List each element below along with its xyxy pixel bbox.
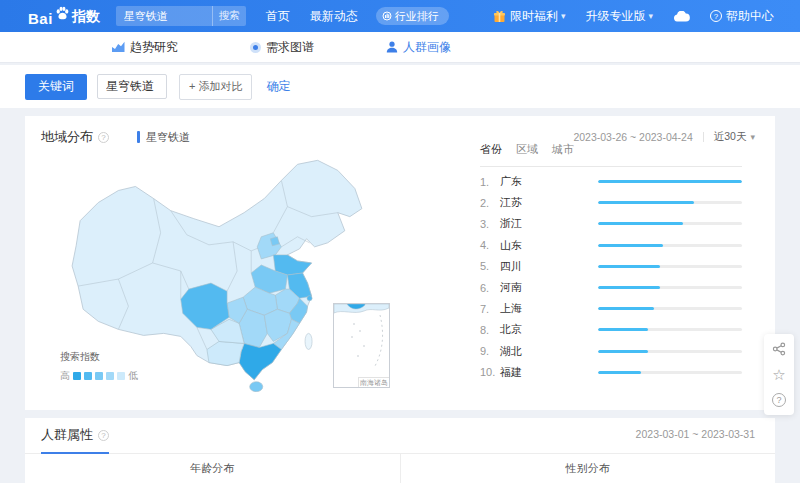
gender-distribution-section: 性别分布 星穹铁道 全网分布 TGI [401,454,776,483]
series-keyword-label: 星穹铁道 [146,130,190,145]
province-guangdong[interactable] [239,343,281,379]
medal-icon [382,11,392,21]
limited-benefit-menu[interactable]: 限时福利 [493,8,566,25]
province-name: 四川 [500,259,558,274]
index-bar-track [598,307,742,310]
index-bar-fill [598,244,663,247]
top-navbar: Bai 指数 搜索 首页 最新动态 行业排行 限时福利 升级专业版 [0,0,800,32]
tab-trend-research[interactable]: 趋势研究 [112,39,178,56]
legend-high-label: 高 [60,369,70,383]
province-shanghai[interactable] [307,296,312,301]
legend-color-scale [73,372,125,380]
share-button[interactable] [772,342,786,356]
index-bar-fill [598,222,683,225]
rank-number: 4. [480,239,500,251]
index-bar-fill [598,265,660,268]
province-rank-row: 2.江苏 [480,192,742,213]
nav-news-link[interactable]: 最新动态 [310,8,358,25]
rank-number: 6. [480,282,500,294]
province-rank-row: 9.湖北 [480,341,742,362]
inset-map [334,304,389,374]
province-beijing[interactable] [270,237,279,246]
gift-icon [493,10,506,23]
province-name: 北京 [500,322,558,337]
province-ranking-list: 1.广东2.江苏3.浙江4.山东5.四川6.河南7.上海8.北京9.湖北10.福… [480,171,742,383]
message-cloud-button[interactable] [673,11,690,22]
topbar-right-group: 限时福利 升级专业版 帮助中心 [473,8,774,25]
region-help-icon[interactable] [98,132,109,143]
inset-label: 南海诸岛 [358,377,389,387]
province-hainan[interactable] [250,382,263,392]
index-bar-track [598,286,742,289]
region-ranking-zone: 省份区域城市 1.广东2.江苏3.浙江4.山东5.四川6.河南7.上海8.北京9… [480,142,742,383]
region-distribution-panel: 地域分布 星穹铁道 2023-03-26 ~ 2023-04-24 近30天 [25,116,775,410]
index-bar-fill [598,286,660,289]
section-tabbar: 趋势研究 需求图谱 人群画像 [0,32,800,63]
region-scope-tabs: 省份区域城市 [480,142,742,167]
region-scope-tab[interactable]: 城市 [552,142,574,157]
confirm-link[interactable]: 确定 [266,78,290,95]
region-scope-tab[interactable]: 区域 [516,142,538,157]
help-circle-icon [710,10,722,22]
index-bar-track [598,265,742,268]
rank-number: 9. [480,345,500,357]
keyword-toolbar: 关键词 + 添加对比 确定 [0,65,800,108]
south-china-sea-inset: 南海诸岛 [333,303,390,388]
province-name: 河南 [500,280,558,295]
index-bar-fill [598,180,742,183]
upgrade-pro-menu[interactable]: 升级专业版 [585,8,653,25]
floating-side-toolbar [764,334,794,415]
province-taiwan[interactable] [305,333,312,349]
baidu-index-logo[interactable]: Bai 指数 [28,5,100,27]
region-panel-title: 地域分布 [41,128,93,146]
favorite-star-icon[interactable] [772,367,785,382]
limited-benefit-label: 限时福利 [510,8,558,25]
index-bar-fill [598,307,654,310]
cloud-icon [673,11,690,22]
nav-home-link[interactable]: 首页 [266,8,290,25]
demographics-date-range: 2023-03-01 ~ 2023-03-31 [636,428,755,440]
age-distribution-title: 年龄分布 [25,454,400,480]
logo-text-index: 指数 [72,8,100,26]
index-bar-track [598,244,742,247]
tab-audience-profile[interactable]: 人群画像 [386,39,451,56]
add-compare-button[interactable]: + 添加对比 [179,74,252,100]
index-bar-track [598,328,742,331]
legend-swatch [95,372,103,380]
index-bar-track [598,371,742,374]
industry-ranking-button[interactable]: 行业排行 [376,7,449,25]
age-distribution-section: 年龄分布 星穹铁道 全网分布 TGI [25,454,401,483]
index-bar-fill [598,371,641,374]
upgrade-pro-label: 升级专业版 [585,8,645,25]
index-bar-track [598,222,742,225]
index-bar-track [598,350,742,353]
demographics-title: 人群属性 [41,426,93,444]
navbar-search-box: 搜索 [116,6,246,26]
tab-demand-graph[interactable]: 需求图谱 [250,39,314,56]
help-question-icon[interactable] [772,393,786,407]
province-name: 湖北 [500,344,558,359]
navbar-search-input[interactable] [116,10,212,22]
gender-distribution-title: 性别分布 [401,454,776,480]
index-bar-track [598,201,742,204]
help-center-link[interactable]: 帮助中心 [710,8,774,25]
help-center-label: 帮助中心 [726,8,774,25]
map-legend-title: 搜索指数 [60,350,138,364]
legend-swatch [73,372,81,380]
region-scope-tab[interactable]: 省份 [480,142,502,157]
index-bar-fill [598,201,694,204]
keyword-input[interactable] [97,74,167,99]
index-bar-fill [598,350,648,353]
rank-number: 2. [480,197,500,209]
legend-low-label: 低 [128,369,138,383]
index-bar-fill [598,328,648,331]
rank-number: 1. [480,176,500,188]
demographics-help-icon[interactable] [98,430,109,441]
industry-ranking-label: 行业排行 [395,9,439,24]
navbar-search-button[interactable]: 搜索 [212,6,246,26]
province-name: 山东 [500,238,558,253]
keyword-button[interactable]: 关键词 [25,74,87,100]
province-rank-row: 3.浙江 [480,213,742,234]
series-color-marker [137,131,140,143]
rank-number: 5. [480,260,500,272]
